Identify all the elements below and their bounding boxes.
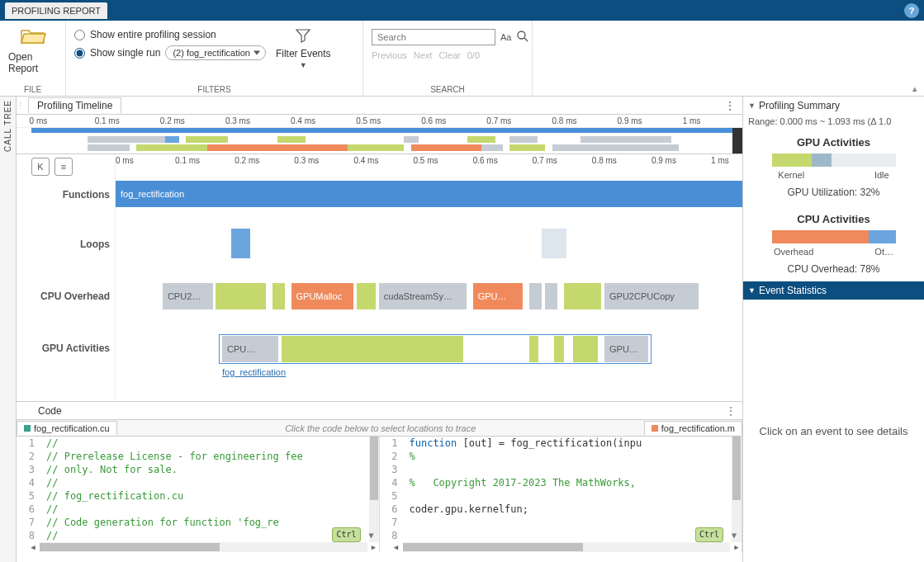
- ctrl-hint: Ctrl: [332, 527, 360, 542]
- cpu-overhead-block[interactable]: [529, 283, 542, 309]
- event-details-placeholder: Click on an event to see details: [743, 300, 924, 562]
- code-more-icon[interactable]: ⋮: [719, 405, 742, 417]
- legend-kernel: Kernel: [778, 170, 804, 180]
- function-block[interactable]: fog_rectification: [116, 181, 742, 207]
- match-case-toggle[interactable]: Aa: [500, 32, 511, 42]
- cpu-overhead-block[interactable]: GPUMalloc: [291, 283, 354, 309]
- ctrl-hint: Ctrl: [695, 527, 723, 542]
- legend-overhead: Overhead: [774, 247, 813, 257]
- open-report-label: Open Report: [8, 51, 57, 74]
- search-clear[interactable]: Clear: [438, 50, 460, 60]
- filter-events-label: Filter Events: [276, 48, 331, 59]
- search-prev[interactable]: Previous: [372, 50, 407, 60]
- open-report-button[interactable]: Open Report: [8, 26, 57, 74]
- gpu-wrap-label[interactable]: fog_rectification: [222, 367, 286, 377]
- svg-line-1: [524, 38, 528, 41]
- event-statistics-header[interactable]: ▼Event Statistics: [743, 281, 924, 300]
- funnel-icon: [295, 27, 311, 46]
- scroll-down-icon[interactable]: ▼: [732, 529, 737, 542]
- loop-block[interactable]: [231, 229, 250, 258]
- code-hint: Click the code below to select locations…: [117, 423, 644, 433]
- cpu-activities-bar: [772, 230, 896, 243]
- app-title: PROFILING REPORT: [5, 2, 107, 19]
- cpu-overhead-metric: CPU Overhead: 78%: [743, 263, 924, 275]
- tab-file-cu[interactable]: fog_rectification.cu: [17, 421, 117, 435]
- legend-idle: Idle: [874, 170, 889, 180]
- svg-point-0: [518, 31, 525, 39]
- show-session-label: Show entire profiling session: [90, 29, 216, 40]
- row-label-loops: Loops: [80, 238, 110, 250]
- filters-section-label: FILTERS: [74, 82, 354, 96]
- gpu-activity-block[interactable]: [529, 336, 538, 362]
- list-view-toggle[interactable]: ≡: [54, 158, 73, 176]
- code-pane-cu[interactable]: 12345678 // // Prerelease License - for …: [17, 437, 380, 552]
- timeline-overview[interactable]: [17, 128, 742, 154]
- cpu-overhead-block[interactable]: [272, 283, 285, 309]
- search-input[interactable]: [372, 29, 495, 45]
- profiling-summary-header[interactable]: ▼Profiling Summary: [743, 97, 924, 115]
- help-button[interactable]: ?: [904, 3, 919, 18]
- tab-profiling-timeline[interactable]: Profiling Timeline: [28, 97, 121, 113]
- gpu-activities-bar: [772, 153, 896, 167]
- scroll-down-icon[interactable]: ▼: [368, 529, 373, 542]
- panel-more-icon[interactable]: ⋮: [718, 99, 742, 112]
- cpu-overhead-block[interactable]: [545, 283, 557, 309]
- hscrollbar[interactable]: ◀▶: [403, 542, 731, 552]
- search-section-label: SEARCH: [372, 82, 524, 96]
- cpu-overhead-block[interactable]: CPU2…: [163, 283, 213, 309]
- search-next[interactable]: Next: [414, 50, 433, 60]
- drag-handle-icon[interactable]: ⋮⋮: [17, 101, 25, 110]
- row-label-functions: Functions: [63, 189, 110, 201]
- collapse-toolstrip-icon[interactable]: ▴: [911, 82, 924, 96]
- loop-block[interactable]: [557, 229, 566, 258]
- gpu-activity-block[interactable]: GPU…: [604, 336, 648, 362]
- gpu-activity-block[interactable]: [573, 336, 598, 362]
- cpu-overhead-block[interactable]: [357, 283, 376, 309]
- legend-other: Ot…: [874, 247, 893, 257]
- file-marker-icon: [652, 425, 658, 432]
- chevron-down-icon: ▼: [748, 286, 756, 295]
- show-single-label: Show single run: [90, 47, 160, 59]
- gpu-activity-block[interactable]: CPU…: [222, 336, 278, 362]
- overview-ruler[interactable]: 0 ms 0.1 ms 0.2 ms 0.3 ms 0.4 ms 0.5 ms …: [17, 115, 742, 128]
- range-text: Range: 0.000 ms ~ 1.093 ms (Δ 1.0: [743, 115, 924, 128]
- cpu-overhead-block[interactable]: [564, 283, 602, 309]
- chevron-down-icon: ▼: [300, 61, 307, 69]
- cpu-overhead-block[interactable]: cudaStreamSy…: [379, 283, 467, 309]
- show-session-radio[interactable]: Show entire profiling session: [74, 29, 266, 40]
- kernel-view-toggle[interactable]: K: [31, 158, 50, 176]
- file-section-label: FILE: [8, 82, 57, 96]
- call-tree-panel-collapsed[interactable]: CALL TREE: [0, 97, 17, 562]
- vscrollbar[interactable]: [732, 437, 742, 542]
- row-label-cpu-overhead: CPU Overhead: [40, 290, 110, 302]
- chevron-down-icon: ▼: [748, 102, 756, 110]
- cpu-overhead-block[interactable]: GPU…: [473, 283, 524, 309]
- file-marker-icon: [24, 425, 31, 432]
- row-label-gpu-activities: GPU Activities: [42, 342, 110, 354]
- gpu-activity-block[interactable]: [282, 336, 463, 362]
- folder-open-icon: [20, 26, 46, 48]
- timeline-ruler[interactable]: 0 ms 0.1 ms 0.2 ms 0.3 ms 0.4 ms 0.5 ms …: [116, 154, 742, 168]
- gpu-activity-block[interactable]: [554, 336, 563, 362]
- search-counter: 0/0: [467, 50, 480, 60]
- call-tree-label: CALL TREE: [3, 100, 12, 152]
- hscrollbar[interactable]: ◀▶: [40, 542, 367, 552]
- filter-events-button[interactable]: Filter Events ▼: [276, 27, 331, 69]
- cpu-activities-title: CPU Activities: [743, 213, 924, 225]
- show-single-radio[interactable]: Show single run (2) fog_rectification: [74, 45, 266, 60]
- cpu-overhead-block[interactable]: GPU2CPUCopy: [604, 283, 699, 309]
- code-panel-title: Code: [17, 405, 70, 417]
- gpu-activities-title: GPU Activities: [743, 136, 924, 149]
- cpu-overhead-block[interactable]: [216, 283, 266, 309]
- vscrollbar[interactable]: [369, 437, 379, 542]
- search-icon[interactable]: [516, 30, 529, 45]
- code-pane-m[interactable]: 12345678 function [out] = fog_rectificat…: [380, 437, 743, 552]
- run-select[interactable]: (2) fog_rectification: [165, 45, 266, 60]
- gpu-utilization-metric: GPU Utilization: 32%: [743, 187, 924, 198]
- tab-file-m[interactable]: fog_rectification.m: [644, 421, 742, 435]
